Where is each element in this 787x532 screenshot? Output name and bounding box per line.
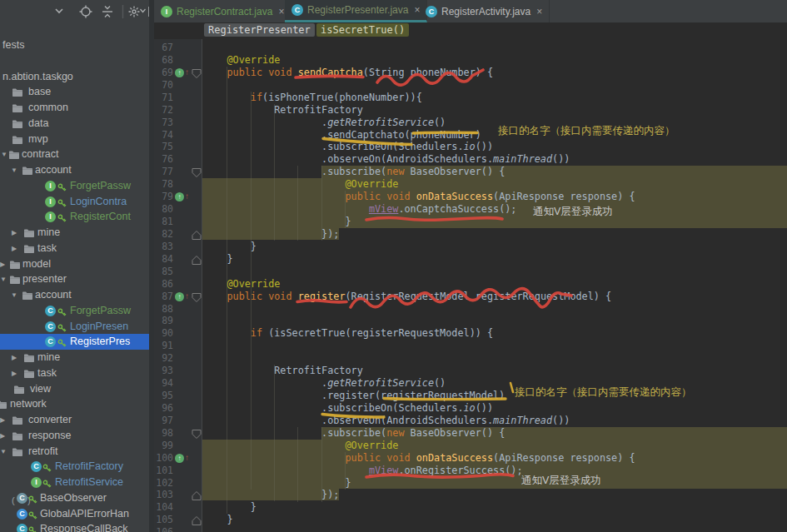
- chevron-collapsed-icon[interactable]: ▶: [0, 428, 5, 444]
- line-number: 102: [154, 477, 173, 490]
- line-number: 81: [154, 216, 173, 228]
- sidebar-item-account[interactable]: ▼account: [0, 162, 149, 178]
- sidebar-item-contract[interactable]: ▼contract: [0, 147, 149, 162]
- sidebar-item-RetrofitFactory[interactable]: CRetrofitFactory: [0, 459, 149, 475]
- sidebar-item-RetrofitService[interactable]: IRetrofitService: [0, 475, 149, 490]
- chevron-down-icon[interactable]: [55, 7, 68, 21]
- code-line-96: .subscribeOn(Schedulers.io()): [202, 402, 787, 415]
- context-chip-method[interactable]: isSecretTrue(): [316, 23, 409, 37]
- close-tab-icon[interactable]: ×: [278, 7, 284, 17]
- sidebar-item-ResponseCallBack[interactable]: CResponseCallBack: [0, 521, 149, 532]
- sidebar-item-label: n.abtion.taskgo: [2, 69, 73, 85]
- line-number: 100: [154, 452, 173, 465]
- sidebar-item-mvp[interactable]: mvp: [0, 132, 149, 147]
- line-number: 95: [154, 390, 173, 402]
- sidebar-item-label: common: [28, 100, 68, 116]
- code-line-93: RetrofitFactory: [202, 365, 787, 377]
- sidebar-item-view[interactable]: view: [0, 381, 149, 397]
- sidebar-item-BaseObserver[interactable]: C()BaseObserver: [0, 490, 149, 506]
- code-line-87: public void register(RegisterRequestMode…: [202, 291, 787, 303]
- chevron-collapsed-icon[interactable]: ▶: [12, 365, 17, 381]
- sidebar-item-account[interactable]: ▼account: [0, 287, 149, 303]
- sidebar-item-RegisterCont[interactable]: IRegisterCont: [0, 209, 149, 225]
- abstract-class-icon: C(): [17, 493, 28, 504]
- sidebar-item-retrofit[interactable]: ▼retrofit: [0, 444, 149, 460]
- key-icon: [57, 197, 67, 206]
- key-icon: [28, 494, 37, 503]
- sidebar-item-label: ForgetPassw: [70, 178, 131, 194]
- sidebar-item-label: RetrofitFactory: [55, 459, 123, 475]
- close-tab-icon[interactable]: ×: [536, 7, 542, 17]
- sidebar-item-mine[interactable]: ▶mine: [0, 225, 149, 241]
- line-number: 67: [154, 42, 173, 54]
- code-line-73: .getRetrofitService(): [202, 117, 787, 129]
- key-icon: [42, 478, 52, 487]
- sidebar-item-network[interactable]: network: [0, 396, 149, 412]
- sidebar-item-n.abtion.taskgo[interactable]: n.abtion.taskgo: [0, 69, 149, 85]
- folder-icon: [12, 415, 23, 425]
- chevron-expanded-icon[interactable]: ▼: [1, 147, 7, 162]
- sidebar-item-LoginPresen[interactable]: CLoginPresen: [0, 319, 149, 335]
- class-icon: C: [45, 306, 57, 316]
- sidebar-item-data[interactable]: data: [0, 116, 149, 132]
- code-editor[interactable]: 676869↑↑70717273747576777879↑↑8081828384…: [154, 39, 787, 532]
- chevron-expanded-icon[interactable]: ▼: [0, 271, 7, 287]
- locate-target-icon[interactable]: [79, 5, 92, 18]
- sidebar-item-converter[interactable]: ▶converter: [0, 412, 149, 428]
- interface-icon: I: [45, 181, 57, 191]
- folder-icon: [0, 399, 7, 410]
- sidebar-item-model[interactable]: ▶model: [0, 256, 149, 272]
- chevron-expanded-icon[interactable]: ▼: [11, 162, 17, 178]
- chevron-collapsed-icon[interactable]: ▶: [0, 256, 5, 272]
- sidebar-item-label: mine: [37, 225, 60, 241]
- line-number: 99: [154, 440, 173, 452]
- code-line-105: }: [202, 514, 787, 526]
- sidebar-item-fests[interactable]: fests: [0, 37, 149, 53]
- editor-tab-RegisterContract.java[interactable]: IRegisterContract.java×: [154, 0, 291, 22]
- chevron-collapsed-icon[interactable]: ▶: [12, 350, 17, 365]
- line-number: 79: [154, 191, 173, 203]
- overriding-method-icon[interactable]: ↑↑: [175, 452, 200, 465]
- sidebar-item-LoginContra[interactable]: ILoginContra: [0, 194, 149, 210]
- code-line-104: }: [202, 501, 787, 514]
- tab-label: RegisterPresenter.java: [307, 4, 408, 16]
- editor-tab-RegisterActivity.java[interactable]: CRegisterActivity.java×: [419, 0, 550, 22]
- line-number: 97: [154, 415, 173, 427]
- chevron-collapsed-icon[interactable]: ▶: [12, 225, 17, 241]
- sidebar-item-response[interactable]: ▶response: [0, 428, 149, 444]
- sidebar-item-ForgetPassw[interactable]: IForgetPassw: [0, 178, 149, 194]
- sidebar-item-RegisterPres[interactable]: CRegisterPres: [0, 334, 149, 350]
- sidebar-item-presenter[interactable]: ▼presenter: [0, 271, 149, 287]
- indent-guide: [227, 67, 227, 514]
- sidebar-item-label: BaseObserver: [40, 490, 107, 506]
- line-number: 106: [154, 526, 173, 532]
- sidebar-item-GlobalAPIErrorHan[interactable]: CGlobalAPIErrorHan: [0, 506, 149, 522]
- sidebar-item-ForgetPassw[interactable]: CForgetPassw: [0, 303, 149, 319]
- sidebar-item-label: GlobalAPIErrorHan: [40, 506, 129, 522]
- sidebar-item-base[interactable]: base: [0, 84, 149, 100]
- gear-icon[interactable]: [127, 5, 141, 18]
- chevron-expanded-icon[interactable]: ▼: [11, 287, 17, 303]
- editor-tab-RegisterPresenter.java[interactable]: CRegisterPresenter.java×: [285, 0, 427, 22]
- chevron-collapsed-icon[interactable]: ▶: [0, 412, 5, 428]
- sidebar-item-label: contract: [22, 147, 58, 162]
- class-icon: C: [17, 524, 28, 532]
- class-icon: C: [45, 336, 57, 347]
- line-number: 75: [154, 141, 173, 153]
- sidebar-item-task[interactable]: ▶task: [0, 365, 149, 381]
- folder-icon: [23, 227, 35, 238]
- line-number: 98: [154, 427, 173, 440]
- indent-guide: [297, 427, 298, 502]
- sidebar-item-common[interactable]: common: [0, 100, 149, 116]
- chevron-expanded-icon[interactable]: ▼: [0, 444, 7, 460]
- sidebar-item-label: presenter: [22, 271, 67, 287]
- context-chip-class[interactable]: RegisterPresenter: [204, 23, 315, 37]
- chevron-collapsed-icon[interactable]: ▶: [12, 241, 17, 256]
- indent-guide: [321, 427, 322, 502]
- sidebar-item-task[interactable]: ▶task: [0, 241, 149, 256]
- interface-icon: I: [45, 211, 57, 222]
- sidebar-item-mine[interactable]: ▶mine: [0, 350, 149, 365]
- code-line-98: .subscribe(new BaseObserver() {: [202, 427, 787, 440]
- overriding-method-icon[interactable]: ↑↑: [175, 191, 200, 203]
- collapse-all-icon[interactable]: [101, 5, 114, 18]
